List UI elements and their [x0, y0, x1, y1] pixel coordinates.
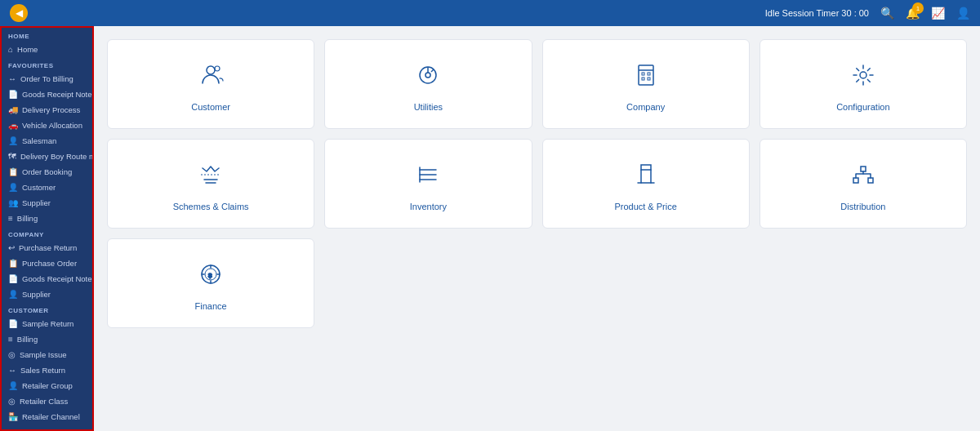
customer-card-label: Customer — [191, 102, 230, 112]
sidebar-item-retailer-group[interactable]: 👤 Retailer Group — [2, 378, 92, 393]
salesman-icon: 👤 — [8, 136, 18, 145]
product-price-card-icon — [633, 162, 659, 193]
schemes-claims-card-icon — [198, 162, 224, 193]
main-layout: HOME ⌂ Home FAVOURITES ↔ Order To Billin… — [0, 26, 980, 431]
svg-rect-9 — [648, 73, 650, 75]
sidebar-item-sales-return[interactable]: ↔ Sales Return — [2, 362, 92, 378]
sidebar-label: Supplier — [22, 290, 51, 299]
sidebar-section-customer: CUSTOMER 📄 Sample Return ≡ Billing ◎ Sam… — [2, 302, 92, 424]
user-avatar[interactable]: 👤 — [956, 7, 970, 20]
section-title-company: COMPANY — [2, 226, 92, 240]
home-icon: ⌂ — [8, 45, 13, 54]
sidebar-label: Order Booking — [22, 167, 72, 176]
sidebar-item-home[interactable]: ⌂ Home — [2, 42, 92, 57]
delivery-process-icon: 🚚 — [8, 105, 18, 114]
sidebar-item-goods-receipt[interactable]: 📄 Goods Receipt Note — [2, 87, 92, 102]
distribution-card-label: Distribution — [840, 202, 885, 211]
configuration-svg — [850, 62, 876, 88]
section-title-customer: CUSTOMER — [2, 302, 92, 316]
utilities-card-icon — [415, 62, 441, 94]
retailer-channel-icon: 🏪 — [8, 412, 18, 421]
sidebar-item-delivery-boy-route[interactable]: 🗺 Delivery Boy Route map... — [2, 149, 92, 164]
purchase-return-icon: ↩ — [8, 243, 15, 252]
menu-card-customer[interactable]: Customer — [107, 39, 314, 129]
svg-rect-10 — [642, 78, 644, 80]
sidebar-item-salesman[interactable]: 👤 Salesman — [2, 133, 92, 149]
session-timer: Idle Session Timer 30 : 00 — [765, 8, 869, 18]
sidebar-label: Delivery Process — [22, 105, 80, 114]
sidebar-label: Retailer Group — [22, 381, 73, 390]
search-icon[interactable]: 🔍 — [880, 7, 894, 20]
menu-card-configuration[interactable]: Configuration — [760, 39, 967, 129]
customer-svg — [198, 62, 224, 88]
sidebar-label: Vehicle Allocation — [22, 121, 82, 130]
company-card-icon — [633, 62, 659, 94]
sidebar-label: Purchase Order — [22, 259, 77, 268]
distribution-svg — [850, 162, 876, 188]
section-title-home: HOME — [2, 28, 92, 42]
sidebar-label: Supplier — [22, 198, 51, 207]
finance-card-label: Finance — [195, 301, 227, 311]
billing-fav-icon: ≡ — [8, 214, 13, 223]
menu-card-utilities[interactable]: Utilities — [324, 39, 532, 129]
svg-text:$: $ — [208, 272, 212, 279]
sidebar-item-purchase-order[interactable]: 📋 Purchase Order — [2, 255, 92, 271]
sidebar-item-supplier[interactable]: 👥 Supplier — [2, 195, 92, 211]
finance-card-icon: $ — [198, 261, 224, 293]
content-area: Customer Utilities — [94, 26, 980, 431]
menu-card-schemes-claims[interactable]: Schemes & Claims — [107, 139, 314, 229]
route-map-icon: 🗺 — [8, 152, 16, 161]
sidebar-item-home-label: Home — [17, 45, 38, 54]
sidebar-item-grn[interactable]: 📄 Goods Receipt Note — [2, 271, 92, 287]
sidebar-label: Order To Billing — [20, 74, 74, 83]
finance-svg: $ — [198, 261, 224, 287]
sidebar-item-customer[interactable]: 👤 Customer — [2, 180, 92, 195]
sidebar-item-order-booking[interactable]: 📋 Order Booking — [2, 164, 92, 180]
supplier-company-icon: 👤 — [8, 290, 18, 299]
sidebar: HOME ⌂ Home FAVOURITES ↔ Order To Billin… — [0, 26, 94, 431]
sidebar-label: Goods Receipt Note — [22, 274, 92, 283]
sidebar-label: Customer — [22, 183, 56, 192]
inventory-card-icon — [415, 162, 441, 193]
sidebar-item-billing-fav[interactable]: ≡ Billing — [2, 211, 92, 226]
sidebar-item-order-billing[interactable]: ↔ Order To Billing — [2, 71, 92, 87]
sidebar-item-vehicle-allocation[interactable]: 🚗 Vehicle Allocation — [2, 118, 92, 133]
sidebar-item-supplier-company[interactable]: 👤 Supplier — [2, 287, 92, 302]
retailer-group-icon: 👤 — [8, 381, 18, 390]
configuration-card-label: Configuration — [836, 102, 889, 112]
notification-icon[interactable]: 🔔 1 — [906, 7, 920, 20]
menu-grid: Customer Utilities — [107, 39, 967, 328]
sidebar-item-billing-cust[interactable]: ≡ Billing — [2, 331, 92, 347]
sidebar-label: Sample Return — [22, 319, 74, 328]
sidebar-section-home: HOME ⌂ Home — [2, 28, 92, 57]
sidebar-item-purchase-return[interactable]: ↩ Purchase Return — [2, 240, 92, 255]
menu-card-distribution[interactable]: Distribution — [760, 139, 967, 229]
sidebar-section-favourites: FAVOURITES ↔ Order To Billing 📄 Goods Re… — [2, 57, 92, 226]
sidebar-label: Billing — [17, 214, 38, 223]
sidebar-item-sample-issue[interactable]: ◎ Sample Issue — [2, 347, 92, 362]
vehicle-icon: 🚗 — [8, 121, 18, 130]
sidebar-item-sample-return[interactable]: 📄 Sample Return — [2, 316, 92, 331]
goods-receipt-icon: 📄 — [8, 90, 18, 99]
inventory-svg — [415, 162, 441, 188]
company-svg — [633, 62, 659, 88]
menu-card-company[interactable]: Company — [542, 39, 750, 129]
svg-rect-11 — [648, 78, 650, 80]
menu-card-product-price[interactable]: Product & Price — [542, 139, 750, 229]
order-billing-icon: ↔ — [8, 74, 16, 83]
sidebar-item-retailer-class[interactable]: ◎ Retailer Class — [2, 393, 92, 409]
svg-rect-8 — [642, 73, 644, 75]
svg-rect-6 — [639, 65, 653, 85]
inventory-card-label: Inventory — [410, 202, 447, 211]
header-left: ◀ — [10, 4, 28, 22]
sidebar-item-delivery-process[interactable]: 🚚 Delivery Process — [2, 102, 92, 118]
notification-badge: 1 — [912, 2, 924, 14]
analytics-icon[interactable]: 📈 — [931, 7, 945, 20]
menu-card-inventory[interactable]: Inventory — [324, 139, 532, 229]
company-card-label: Company — [626, 102, 665, 112]
sidebar-label: Purchase Return — [19, 243, 77, 252]
sidebar-item-retailer-channel[interactable]: 🏪 Retailer Channel — [2, 409, 92, 424]
header-right: Idle Session Timer 30 : 00 🔍 🔔 1 📈 👤 — [765, 7, 970, 20]
menu-card-finance[interactable]: $ Finance — [107, 238, 314, 328]
back-button[interactable]: ◀ — [10, 4, 28, 22]
